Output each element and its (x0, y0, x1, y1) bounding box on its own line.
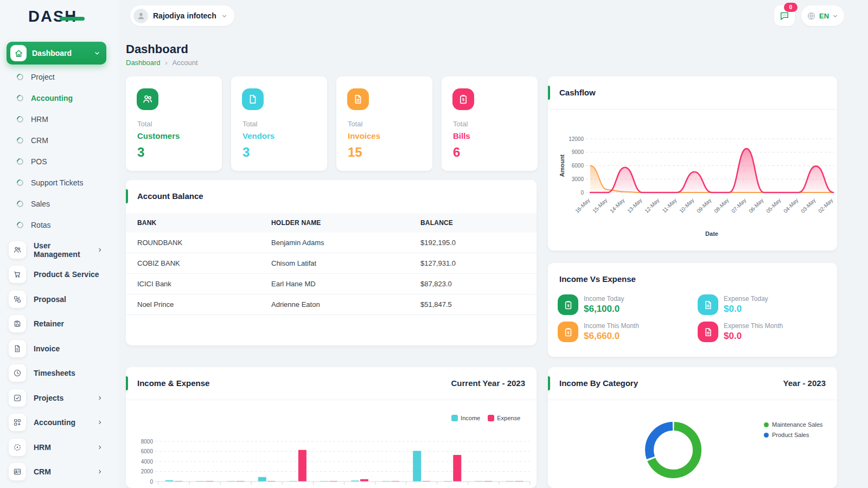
svg-text:02-May: 02-May (817, 197, 834, 214)
sidebar-item-hrm[interactable]: HRM (0, 435, 119, 460)
sidebar-item-label: Dashboard (32, 49, 93, 57)
bullet-icon (16, 220, 25, 229)
chevron-down-icon (93, 49, 101, 57)
sidebar-subitem-label: Accounting (31, 94, 73, 102)
sidebar-subitem-label: POS (31, 157, 47, 166)
sidebar-item-user-management[interactable]: User Management (0, 237, 119, 262)
sidebar-subitem-label: Sales (31, 200, 50, 208)
sidebar-subitem-sales[interactable]: Sales (0, 193, 119, 214)
card-accent-bar (548, 376, 550, 390)
ive-value: $0.0 (724, 304, 768, 314)
avatar (133, 9, 148, 23)
breadcrumb-separator-icon: › (165, 59, 168, 67)
income-by-category-chart (548, 401, 837, 488)
sidebar-item-product-service[interactable]: Product & Service (0, 262, 119, 287)
sidebar-item-dashboard[interactable]: Dashboard (7, 42, 106, 65)
breadcrumb-dashboard[interactable]: Dashboard (126, 59, 161, 67)
sidebar-subitem-rotas[interactable]: Rotas (0, 214, 119, 235)
globe-icon (807, 11, 816, 21)
donut-legend: Maintenance SalesProduct Sales (764, 421, 823, 438)
income-expense-title: Income & Expense (137, 378, 209, 388)
sidebar-item-invoice[interactable]: Invoice (0, 336, 119, 361)
file-lines-icon (703, 300, 713, 310)
table-cell: ICICI Bank (126, 274, 260, 294)
home-icon (10, 45, 27, 61)
ive-item-income-today: $ Income Today $6,100.0 (558, 294, 624, 315)
table-cell: $87,823.0 (409, 274, 537, 294)
page-title: Dashboard (126, 42, 188, 56)
stat-label: Vendors (242, 131, 275, 140)
table-cell: $192,195.0 (409, 233, 537, 253)
bullet-icon (16, 199, 25, 208)
svg-text:05-May: 05-May (765, 197, 782, 214)
sidebar-subitem-support-tickets[interactable]: Support Tickets (0, 172, 119, 193)
chat-icon (779, 10, 790, 21)
income-by-category-svg (548, 401, 837, 488)
home-icon (14, 49, 23, 58)
sidebar-item-retainer[interactable]: Retainer (0, 312, 119, 337)
language-selector[interactable]: EN (801, 5, 844, 26)
sidebar-item-projects[interactable]: Projects (0, 386, 119, 410)
sidebar-subitem-hrm[interactable]: HRM (0, 108, 119, 130)
sidebar-subitem-pos[interactable]: POS (0, 151, 119, 172)
svg-text:11-May: 11-May (661, 197, 678, 214)
messages-button[interactable]: 0 (774, 5, 795, 26)
table-row: ROUNDBANKBenjamin Adams$192,195.0 (126, 233, 537, 253)
sidebar-item-proposal[interactable]: Proposal (0, 287, 119, 312)
svg-text:6000: 6000 (141, 448, 154, 454)
stat-label: Customers (137, 131, 180, 140)
sidebar-item-label: Projects (34, 394, 97, 402)
logo-text: DASH (28, 8, 77, 25)
breadcrumb-current: Account (173, 59, 198, 67)
sidebar-subitem-accounting[interactable]: Accounting (0, 87, 119, 108)
income-expense-svg: 02000400060008000 (126, 429, 537, 488)
table-column-header: HOLDER NAME (260, 213, 409, 233)
person-card-icon (13, 467, 22, 476)
company-selector[interactable]: Rajodiya infotech (130, 5, 234, 26)
stat-value: 6 (453, 145, 460, 160)
sidebar-subitem-project[interactable]: Project (0, 66, 119, 87)
svg-text:9000: 9000 (572, 149, 584, 155)
income-by-category-card: Income By Category Year - 2023 Maintenan… (548, 367, 837, 488)
sidebar-item-accounting[interactable]: Accounting (0, 410, 119, 435)
sidebar-item-timesheets[interactable]: Timesheets (0, 361, 119, 386)
users-icon (142, 94, 153, 105)
table-cell: Chisom Latifat (260, 253, 409, 274)
file-icon (247, 94, 258, 105)
file-lines-icon (353, 94, 363, 105)
stat-prefix: Total (137, 120, 152, 128)
grid-plus-icon (13, 418, 22, 427)
language-code: EN (819, 12, 829, 20)
svg-text:3000: 3000 (572, 176, 584, 182)
legend-item-expense: Expense (488, 415, 520, 421)
ive-value: $6,100.0 (584, 304, 624, 314)
cashflow-card-header: Cashflow (548, 76, 837, 110)
users-icon (13, 246, 22, 254)
legend-item-income: Income (451, 415, 480, 421)
sidebar-item-crm[interactable]: CRM (0, 460, 119, 485)
swap-boxes-icon (13, 295, 22, 304)
sidebar-item-label: Product & Service (34, 270, 119, 279)
income-vs-expense-card: Income Vs Expense $ Income Today $6,100.… (548, 263, 837, 357)
account-balance-header: Account Balance (126, 180, 537, 213)
logo[interactable]: DASH (28, 8, 77, 29)
cashflow-card: Cashflow 03000600090001200016-May15-May1… (548, 76, 837, 251)
table-cell: $51,847.5 (409, 294, 537, 315)
card-accent-bar (126, 376, 128, 390)
income-expense-card: Income & Expense Current Year - 2023 Inc… (126, 367, 537, 488)
ive-item-expense-today: Expense Today $0.0 (698, 294, 768, 315)
table-cell: Earl Hane MD (260, 274, 409, 294)
ive-label: Expense Today (724, 295, 768, 303)
stat-value: 3 (242, 145, 250, 160)
svg-text:15-May: 15-May (591, 197, 608, 214)
svg-text:$: $ (462, 98, 464, 102)
sidebar-subitem-crm[interactable]: CRM (0, 130, 119, 151)
floppy-icon (13, 319, 22, 328)
cashflow-svg: 03000600090001200016-May15-May14-May13-M… (548, 110, 837, 251)
svg-text:12-May: 12-May (643, 197, 660, 214)
table-column-header: BALANCE (409, 213, 537, 233)
bullet-icon (16, 72, 25, 81)
bar-chart-legend: IncomeExpense (451, 415, 520, 421)
messages-badge: 0 (784, 3, 797, 12)
card-accent-bar (126, 189, 128, 203)
